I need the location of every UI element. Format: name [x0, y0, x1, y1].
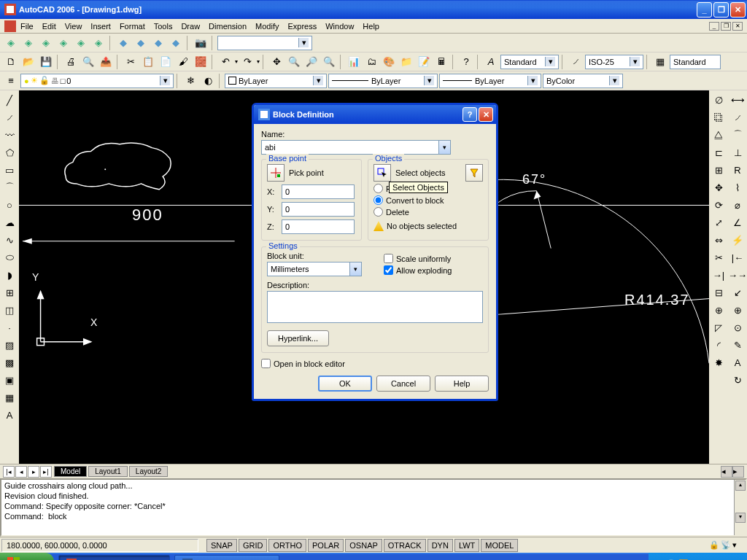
hatch-icon[interactable]: ▨: [1, 337, 18, 353]
command-window[interactable]: Guide crosshairs along cloud path... Rev…: [0, 478, 747, 537]
window-restore-button[interactable]: ❐: [713, 2, 729, 18]
quickselect-button[interactable]: [465, 164, 483, 182]
pick-point-button[interactable]: [267, 164, 285, 182]
menu-view[interactable]: View: [65, 22, 82, 31]
pline-icon[interactable]: 〰: [1, 127, 18, 143]
dialog-close-button[interactable]: ✕: [479, 107, 493, 122]
dimjog-icon[interactable]: ⌇: [729, 179, 746, 195]
tab-last[interactable]: ▸|: [40, 466, 52, 478]
toggle-osnap[interactable]: OSNAP: [345, 539, 382, 552]
tolerance-icon[interactable]: ⊕: [729, 302, 746, 318]
rectangle-icon[interactable]: ▭: [1, 162, 18, 178]
solid4-icon[interactable]: ◆: [168, 35, 184, 51]
stretch-icon[interactable]: ⇔: [711, 232, 727, 248]
hscroll-right[interactable]: ▸: [732, 466, 744, 478]
dimedit-icon[interactable]: ✎: [729, 337, 746, 353]
tablestyle-combo[interactable]: Standard: [670, 55, 721, 69]
mdi-close[interactable]: ✕: [732, 22, 743, 31]
tab-next[interactable]: ▸: [28, 466, 39, 478]
dimarc-icon[interactable]: ⌒: [729, 127, 746, 143]
dimqck-icon[interactable]: ⚡: [729, 232, 746, 248]
x-input[interactable]: [282, 184, 355, 199]
menu-format[interactable]: Format: [120, 22, 145, 31]
name-dropdown[interactable]: ▾: [438, 140, 451, 155]
solid2-icon[interactable]: ◆: [133, 35, 149, 51]
retain-radio[interactable]: [374, 184, 383, 193]
coordinates-display[interactable]: 180.0000, 600.0000, 0.0000: [1, 539, 198, 552]
join-icon[interactable]: ⊕: [711, 302, 727, 318]
undo-icon[interactable]: ↶: [217, 54, 233, 70]
solid3-icon[interactable]: ◆: [150, 35, 166, 51]
menu-draw[interactable]: Draw: [181, 22, 200, 31]
menu-insert[interactable]: Insert: [90, 22, 111, 31]
help-icon[interactable]: ?: [458, 54, 474, 70]
dialog-help-button[interactable]: ?: [462, 107, 477, 122]
cube3-icon[interactable]: ◈: [38, 35, 54, 51]
menu-tools[interactable]: Tools: [154, 22, 173, 31]
dimaligned-icon[interactable]: ⟋: [729, 109, 746, 125]
point-icon[interactable]: ·: [1, 319, 18, 335]
ssmgr-icon[interactable]: 📁: [398, 54, 414, 70]
system-tray[interactable]: 🛡 🔊 📶 ⚙ 05:49 ب.ظ: [649, 553, 747, 560]
name-input[interactable]: [261, 140, 438, 155]
camera-icon[interactable]: 📷: [193, 35, 209, 51]
lineweight-combo[interactable]: ByLayer▾: [439, 74, 541, 88]
tab-layout2[interactable]: Layout2: [129, 466, 169, 477]
trim-icon[interactable]: ✂: [711, 249, 727, 265]
tab-first[interactable]: |◂: [3, 466, 15, 478]
rotate-icon[interactable]: ⟳: [711, 197, 727, 213]
menu-express[interactable]: Express: [287, 22, 317, 31]
dimupdate-icon[interactable]: ↻: [729, 372, 746, 388]
dimcont-icon[interactable]: →→: [729, 267, 746, 283]
leader-icon[interactable]: ↙: [729, 284, 746, 300]
open-in-editor-check[interactable]: [261, 359, 271, 368]
break-icon[interactable]: ⊟: [711, 284, 727, 300]
tray-comm-icon[interactable]: 📡: [721, 540, 731, 551]
block-unit-combo[interactable]: [267, 262, 349, 276]
fillet-icon[interactable]: ◜: [711, 337, 727, 353]
select-objects-button[interactable]: [374, 164, 391, 182]
print-icon[interactable]: 🖨: [63, 54, 79, 70]
spline-icon[interactable]: ∿: [1, 232, 18, 248]
scale-uniformly-check[interactable]: [384, 254, 393, 263]
extend-icon[interactable]: →|: [711, 267, 727, 283]
hscroll-left[interactable]: ◂: [721, 466, 732, 478]
circle-icon[interactable]: ○: [1, 197, 18, 213]
copy-icon[interactable]: 📋: [140, 54, 156, 70]
markup-icon[interactable]: 📝: [416, 54, 432, 70]
taskbar-item-word[interactable]: باسمه تعالی - Micros...: [174, 555, 279, 560]
dimord-icon[interactable]: ⊥: [729, 144, 746, 160]
zoom-win-icon[interactable]: 🔎: [303, 54, 320, 70]
tray-menu-icon[interactable]: ▾: [732, 540, 743, 551]
menu-help[interactable]: Help: [363, 22, 379, 31]
dimrad-icon[interactable]: R: [729, 162, 746, 178]
linetype-combo[interactable]: ByLayer▾: [328, 74, 438, 88]
new-icon[interactable]: 🗋: [3, 54, 19, 70]
mdi-restore[interactable]: ❐: [721, 22, 731, 31]
paste-icon[interactable]: 📄: [158, 54, 174, 70]
toggle-model[interactable]: MODEL: [481, 539, 518, 552]
scale-icon[interactable]: ⤢: [711, 214, 727, 230]
ellipse-icon[interactable]: ⬭: [1, 249, 18, 265]
menu-dimension[interactable]: Dimension: [209, 22, 247, 31]
cube5-icon[interactable]: ◈: [73, 35, 89, 51]
redo-icon[interactable]: ↷: [239, 54, 255, 70]
layermgr-icon[interactable]: ≡: [3, 73, 19, 89]
dimcenter-icon[interactable]: ⊙: [729, 319, 746, 335]
copy-obj-icon[interactable]: ⿻: [711, 109, 727, 125]
region-icon[interactable]: ▣: [1, 372, 18, 388]
cube2-icon[interactable]: ◈: [20, 35, 36, 51]
block-unit-dropdown[interactable]: ▾: [349, 262, 362, 276]
save-icon[interactable]: 💾: [38, 54, 54, 70]
chamfer-icon[interactable]: ◸: [711, 319, 727, 335]
preview-icon[interactable]: 🔍: [80, 54, 96, 70]
zoom-rt-icon[interactable]: 🔍: [286, 54, 302, 70]
arc-icon[interactable]: ⌒: [1, 179, 18, 195]
textstyle-icon[interactable]: A: [483, 54, 499, 70]
dimstyle-combo[interactable]: ISO-25▾: [585, 55, 643, 69]
toggle-otrack[interactable]: OTRACK: [384, 539, 426, 552]
line-icon[interactable]: ╱: [1, 92, 18, 108]
cut-icon[interactable]: ✂: [123, 54, 139, 70]
ellipsearc-icon[interactable]: ◗: [1, 267, 18, 283]
explode-icon[interactable]: ✸: [711, 354, 727, 370]
